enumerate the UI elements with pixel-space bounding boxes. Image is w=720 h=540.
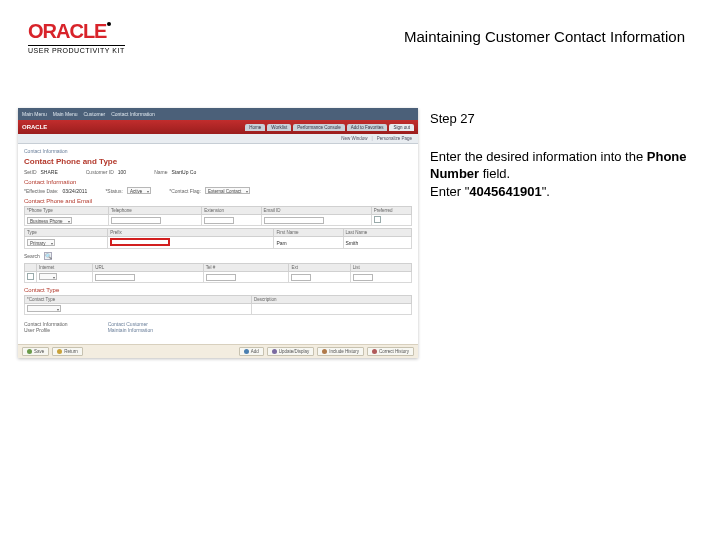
col-phone-type: *Phone Type (25, 207, 109, 215)
include-history-button[interactable]: Include History (317, 347, 364, 356)
footer-links: Contact Information User Profile Contact… (24, 321, 412, 333)
phone-number-field-highlight[interactable] (110, 238, 170, 246)
oracle-logo: ORACLE USER PRODUCTIVITY KIT (28, 20, 125, 54)
link-user-profile: User Profile (24, 327, 68, 333)
add-icon (244, 349, 249, 354)
add-button[interactable]: Add (239, 347, 264, 356)
brand-bar: ORACLE Home Worklist Performance Console… (18, 120, 418, 134)
embedded-screenshot: Main Menu Main Menu Customer Contact Inf… (18, 108, 418, 358)
correct-history-button[interactable]: Correct History (367, 347, 414, 356)
row-check[interactable] (27, 273, 34, 280)
eff-date-label: *Effective Date: (24, 188, 58, 194)
status-label: *Status: (105, 188, 123, 194)
col-list: List (350, 264, 411, 272)
name-type-select[interactable]: Primary (27, 239, 55, 246)
section-contact-info: Contact Information (24, 179, 412, 185)
last-name-value: Smith (346, 240, 359, 246)
col-description: Description (251, 296, 411, 304)
instruction-line-1: Enter the desired information into the P… (430, 148, 695, 183)
return-label: Return (64, 349, 78, 354)
update-icon (272, 349, 277, 354)
phone-type-select[interactable]: Business Phone (27, 217, 72, 224)
meta-row: SetID SHARE Customer ID 100 Name StartUp… (24, 169, 412, 175)
instr-text: ". (542, 184, 550, 199)
nav-item[interactable]: Contact Information (111, 111, 155, 117)
setid-value: SHARE (41, 169, 58, 175)
custid-label: Customer ID (86, 169, 114, 175)
history-label: Include History (329, 349, 359, 354)
email-input[interactable] (264, 217, 324, 224)
effective-row: *Effective Date: 03/24/2011 *Status: Act… (24, 187, 412, 194)
contact-type-select[interactable] (27, 305, 61, 312)
link-new-window[interactable]: New Window (341, 136, 367, 141)
ext-input[interactable] (291, 274, 311, 281)
correct-label: Correct History (379, 349, 409, 354)
section-crumb: Contact Information (24, 148, 412, 154)
col-first: First Name (274, 229, 343, 237)
name-value: StartUp Co (172, 169, 197, 175)
col-email: Email ID (261, 207, 371, 215)
form-content: Contact Information Contact Phone and Ty… (18, 144, 418, 337)
instr-text: Enter " (430, 184, 469, 199)
list-input[interactable] (353, 274, 373, 281)
preferred-checkbox[interactable] (374, 216, 381, 223)
instr-text: Enter the desired information into the (430, 149, 647, 164)
url-input[interactable] (95, 274, 135, 281)
link-maintain-info[interactable]: Maintain Information (108, 327, 153, 333)
table-row: Primary Pam Smith (25, 237, 412, 249)
logo-subtitle: USER PRODUCTIVITY KIT (28, 45, 125, 54)
button-bar: Save Return Add Update/Display Include H… (18, 344, 418, 358)
form-heading: Contact Phone and Type (24, 157, 412, 166)
logo-text: ORACLE (28, 20, 125, 43)
brand-logo: ORACLE (22, 124, 47, 130)
setid-label: SetID (24, 169, 37, 175)
nav-item[interactable]: Customer (83, 111, 105, 117)
save-label: Save (34, 349, 44, 354)
name-table: Type Prefix First Name Last Name Primary… (24, 228, 412, 249)
save-icon (27, 349, 32, 354)
instruction-panel: Step 27 Enter the desired information in… (430, 110, 695, 200)
col-type: Type (25, 229, 108, 237)
name-label: Name (154, 169, 167, 175)
sub-bar: New Window | Personalize Page (18, 134, 418, 144)
divider: | (372, 136, 373, 141)
extension-input[interactable] (204, 217, 234, 224)
return-button[interactable]: Return (52, 347, 83, 356)
col-last: Last Name (343, 229, 412, 237)
phone-table: *Phone Type Telephone Extension Email ID… (24, 206, 412, 226)
instr-value: 4045641901 (469, 184, 541, 199)
update-label: Update/Display (279, 349, 310, 354)
internet-table: Internet URL Tel # Ext List (24, 263, 412, 283)
tab-perf-console[interactable]: Performance Console (293, 124, 345, 131)
table-row: Business Phone (25, 215, 412, 226)
save-button[interactable]: Save (22, 347, 49, 356)
add-label: Add (251, 349, 259, 354)
correct-icon (372, 349, 377, 354)
return-icon (57, 349, 62, 354)
tab-signout[interactable]: Sign out (389, 124, 414, 131)
contact-flag-select[interactable]: External Contact (205, 187, 250, 194)
breadcrumb-bar: Main Menu Main Menu Customer Contact Inf… (18, 108, 418, 120)
tab-favorites[interactable]: Add to Favorites (347, 124, 388, 131)
section-contact-type: Contact Type (24, 287, 412, 293)
status-select[interactable]: Active (127, 187, 151, 194)
col-prefix: Prefix (108, 229, 274, 237)
internet-select[interactable] (39, 273, 57, 280)
col-preferred: Preferred (371, 207, 411, 215)
col-ext: Ext (289, 264, 350, 272)
col-url: URL (93, 264, 203, 272)
update-display-button[interactable]: Update/Display (267, 347, 315, 356)
col-contact-type: *Contact Type (25, 296, 252, 304)
history-icon (322, 349, 327, 354)
tab-worklist[interactable]: Worklist (267, 124, 291, 131)
step-label: Step 27 (430, 110, 695, 128)
tel-input[interactable] (206, 274, 236, 281)
tab-home[interactable]: Home (245, 124, 265, 131)
nav-item[interactable]: Main Menu (53, 111, 78, 117)
nav-item[interactable]: Main Menu (22, 111, 47, 117)
search-icon[interactable]: 🔍 (44, 252, 52, 260)
col-internet: Internet (37, 264, 93, 272)
telephone-input[interactable] (111, 217, 161, 224)
link-personalize[interactable]: Personalize Page (377, 136, 412, 141)
section-phone-email: Contact Phone and Email (24, 198, 412, 204)
